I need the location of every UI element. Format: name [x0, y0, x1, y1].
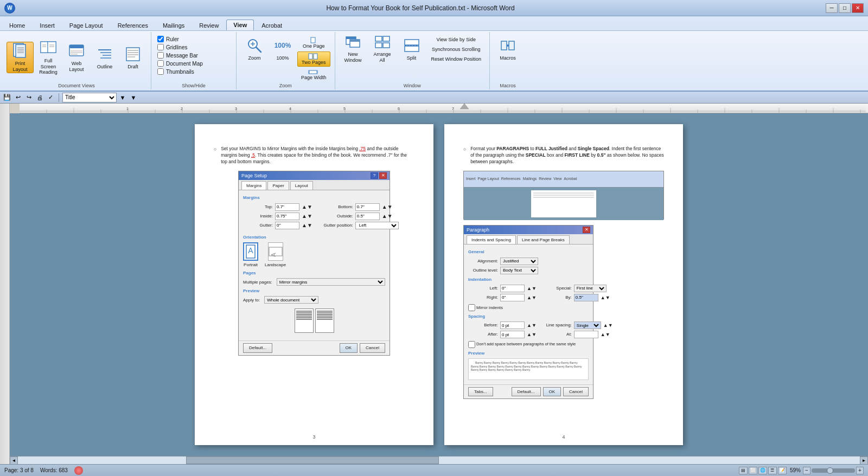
style-dropdown[interactable]: Title Normal Heading 1	[62, 93, 117, 102]
doc-map-checkbox-row[interactable]: Document Map	[156, 60, 232, 67]
zoom-slider-thumb[interactable]	[827, 467, 833, 474]
style-dropdown-arrow[interactable]: ▼	[118, 93, 127, 102]
inside-input[interactable]	[275, 213, 299, 220]
gridlines-checkbox[interactable]	[157, 44, 164, 50]
qa-save-button[interactable]: 💾	[2, 93, 12, 102]
indent-left-spinner[interactable]: ▲▼	[527, 285, 537, 292]
tab-insert[interactable]: Insert	[33, 20, 62, 30]
top-input[interactable]	[275, 203, 299, 211]
page-setup-default-btn[interactable]: Default...	[243, 343, 272, 352]
outside-input[interactable]	[355, 213, 380, 220]
page-setup-tab-paper[interactable]: Paper	[267, 181, 289, 190]
scroll-track[interactable]	[18, 456, 860, 464]
after-spinner[interactable]: ▲▼	[527, 331, 537, 338]
gutter-pos-select[interactable]: Left Top	[355, 222, 399, 229]
scroll-thumb[interactable]	[186, 456, 439, 464]
inside-spinner[interactable]: ▲▼	[302, 213, 312, 220]
draft-status-btn[interactable]: 📝	[778, 467, 787, 474]
macros-button[interactable]: Macros	[494, 33, 521, 65]
thumbnails-checkbox-row[interactable]: Thumbnails	[156, 68, 232, 75]
line-spacing-spinner[interactable]: ▲▼	[603, 322, 613, 329]
apply-to-select[interactable]: Whole document This point forward	[264, 296, 318, 304]
full-screen-reading-button[interactable]: Full ScreenReading	[35, 42, 62, 73]
gutter-input[interactable]	[275, 222, 299, 229]
proofing-icon[interactable]	[74, 466, 83, 475]
synchronous-scrolling-button[interactable]: Synchronous Scrolling	[427, 45, 486, 54]
paragraph-tabs-btn[interactable]: Tabs...	[468, 387, 493, 396]
zoom-out-btn[interactable]: −	[803, 467, 810, 474]
outline-button[interactable]: Outline	[91, 42, 118, 73]
indent-right-spinner[interactable]: ▲▼	[527, 294, 537, 301]
close-button[interactable]: ✕	[852, 3, 864, 13]
print-layout-status-btn[interactable]: ▤	[739, 467, 748, 474]
gutter-spinner[interactable]: ▲▼	[302, 222, 312, 229]
thumbnails-checkbox[interactable]	[157, 68, 164, 75]
full-screen-status-btn[interactable]: ⬜	[749, 467, 757, 474]
indent-left-input[interactable]	[500, 285, 525, 292]
quick-access-more[interactable]: ▼	[129, 93, 138, 102]
page-setup-tab-layout[interactable]: Layout	[290, 181, 313, 190]
paragraph-tab-indents[interactable]: Indents and Spacing	[467, 235, 516, 244]
page-setup-close-btn[interactable]: ✕	[379, 172, 387, 179]
tab-home[interactable]: Home	[2, 20, 32, 30]
dont-add-space-checkbox[interactable]	[468, 341, 475, 348]
minimize-button[interactable]: ─	[826, 3, 838, 13]
top-spinner[interactable]: ▲▼	[302, 203, 312, 211]
after-input[interactable]	[500, 331, 525, 338]
multiple-pages-select[interactable]: Mirror margins Normal 2 pages per sheet	[277, 278, 385, 286]
new-window-button[interactable]: NewWindow	[340, 33, 367, 65]
message-bar-checkbox[interactable]	[157, 52, 164, 59]
alignment-select[interactable]: Justified Left Center Right	[500, 258, 538, 265]
before-input[interactable]	[500, 321, 525, 329]
tab-page-layout[interactable]: Page Layout	[62, 20, 110, 30]
web-layout-button[interactable]: WebLayout	[63, 42, 90, 73]
view-side-by-side-button[interactable]: View Side by Side	[427, 35, 486, 44]
by-spinner[interactable]: ▲▼	[601, 294, 610, 301]
landscape-option[interactable]: A Landscape	[265, 242, 286, 268]
line-spacing-select[interactable]: Single 1.5 lines Double	[574, 321, 601, 329]
maximize-button[interactable]: □	[839, 3, 851, 13]
one-page-button[interactable]: One Page	[297, 35, 330, 50]
qa-print-button[interactable]: 🖨	[35, 93, 44, 102]
draft-button[interactable]: Draft	[119, 42, 146, 73]
zoom-in-btn[interactable]: +	[856, 467, 864, 474]
split-button[interactable]: Split	[398, 33, 425, 65]
ruler-checkbox[interactable]	[157, 36, 164, 42]
gridlines-checkbox-row[interactable]: Gridlines	[156, 43, 232, 51]
paragraph-close-btn[interactable]: ✕	[583, 227, 590, 233]
web-layout-status-btn[interactable]: 🌐	[758, 467, 767, 474]
indent-right-input[interactable]	[500, 294, 525, 301]
page-setup-help-btn[interactable]: ?	[371, 172, 378, 179]
paragraph-ok-btn[interactable]: OK	[543, 387, 561, 396]
zoom-button[interactable]: Zoom	[241, 33, 268, 65]
scroll-right-btn[interactable]: ►	[860, 456, 868, 465]
reset-window-button[interactable]: Reset Window Position	[427, 55, 486, 63]
qa-spellcheck-button[interactable]: ✓	[46, 93, 55, 102]
at-input[interactable]	[574, 331, 598, 338]
bottom-spinner[interactable]: ▲▼	[382, 203, 393, 211]
message-bar-checkbox-row[interactable]: Message Bar	[156, 52, 232, 59]
outline-level-select[interactable]: Body Text Level 1	[500, 267, 538, 274]
tab-view[interactable]: View	[226, 20, 254, 30]
special-select[interactable]: First line Hanging (none)	[574, 285, 607, 292]
qa-redo-button[interactable]: ↪	[24, 93, 34, 102]
two-pages-button[interactable]: Two Pages	[297, 52, 330, 67]
paragraph-tab-line-breaks[interactable]: Line and Page Breaks	[517, 235, 570, 244]
tab-review[interactable]: Review	[192, 20, 226, 30]
print-layout-button[interactable]: PrintLayout	[7, 42, 34, 73]
page-setup-cancel-btn[interactable]: Cancel	[360, 343, 385, 352]
mirror-indents-checkbox[interactable]	[468, 304, 475, 311]
tab-references[interactable]: References	[111, 20, 155, 30]
at-spinner[interactable]: ▲▼	[601, 331, 610, 338]
page-setup-ok-btn[interactable]: OK	[340, 343, 358, 352]
tab-mailings[interactable]: Mailings	[156, 20, 192, 30]
zoom-slider-track[interactable]	[812, 468, 855, 473]
before-spinner[interactable]: ▲▼	[527, 322, 537, 329]
bottom-input[interactable]	[355, 203, 380, 211]
by-input[interactable]	[574, 294, 598, 301]
arrange-all-button[interactable]: ArrangeAll	[369, 33, 396, 65]
outside-spinner[interactable]: ▲▼	[382, 213, 393, 220]
paragraph-cancel-btn[interactable]: Cancel	[563, 387, 589, 396]
paragraph-default-btn[interactable]: Default...	[512, 387, 541, 396]
outline-status-btn[interactable]: ☰	[768, 467, 777, 474]
